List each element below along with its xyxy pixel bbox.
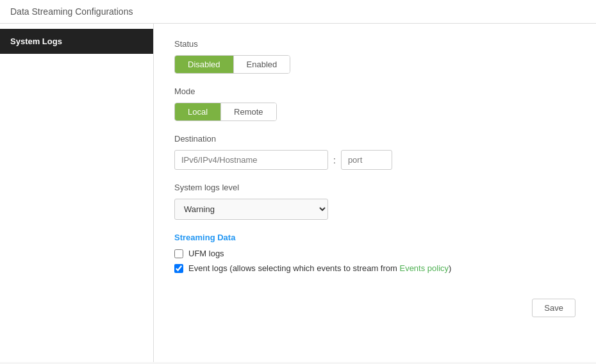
logs-level-label: System logs level (174, 183, 575, 192)
status-label: Status (174, 39, 575, 49)
save-row: Save (174, 299, 575, 317)
streaming-label: Streaming Data (174, 233, 575, 242)
logs-level-select[interactable]: Warning Error Info Debug (174, 199, 328, 220)
status-section: Status Disabled Enabled (174, 39, 575, 74)
page-title: Data Streaming Configurations (10, 6, 133, 17)
status-enabled-button[interactable]: Enabled (234, 56, 290, 73)
sidebar-item-system-logs[interactable]: System Logs (0, 29, 153, 54)
save-button[interactable]: Save (532, 299, 575, 317)
mode-remote-button[interactable]: Remote (221, 103, 276, 120)
ip-input[interactable] (174, 150, 328, 170)
event-logs-checkbox[interactable] (174, 264, 183, 273)
events-policy-link[interactable]: Events policy (399, 263, 449, 273)
status-disabled-button[interactable]: Disabled (175, 56, 234, 73)
mode-toggle-group: Local Remote (174, 103, 277, 121)
mode-label: Mode (174, 87, 575, 96)
ufm-logs-row: UFM logs (174, 249, 575, 258)
streaming-section: Streaming Data UFM logs Event logs (allo… (174, 233, 575, 273)
destination-label: Destination (174, 134, 575, 144)
mode-local-button[interactable]: Local (175, 103, 221, 120)
ufm-logs-checkbox[interactable] (174, 249, 183, 258)
colon-separator: : (333, 155, 336, 165)
destination-section: Destination : (174, 134, 575, 170)
mode-section: Mode Local Remote (174, 87, 575, 121)
logs-level-section: System logs level Warning Error Info Deb… (174, 183, 575, 220)
event-logs-row: Event logs (allows selecting which event… (174, 263, 575, 273)
page-header: Data Streaming Configurations (0, 0, 596, 24)
port-input[interactable] (341, 150, 392, 170)
event-logs-label: Event logs (allows selecting which event… (188, 263, 451, 273)
status-toggle-group: Disabled Enabled (174, 55, 290, 74)
sidebar: System Logs (0, 24, 154, 362)
main-container: System Logs Status Disabled Enabled Mode… (0, 24, 596, 362)
ufm-logs-label: UFM logs (188, 249, 224, 258)
sidebar-item-label: System Logs (10, 37, 62, 46)
destination-row: : (174, 150, 575, 170)
content-area: Status Disabled Enabled Mode Local Remot… (154, 24, 596, 362)
